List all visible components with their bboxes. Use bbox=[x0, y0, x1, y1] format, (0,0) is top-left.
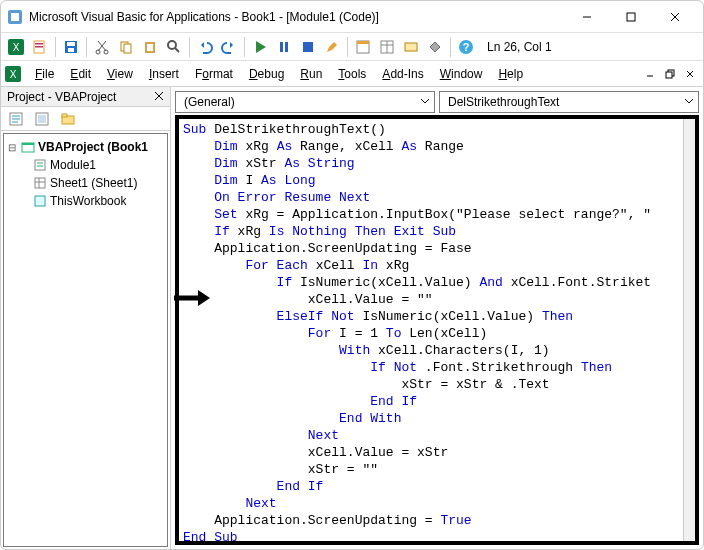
project-explorer-toolbar bbox=[1, 107, 170, 131]
menu-help[interactable]: Help bbox=[490, 65, 531, 83]
object-dropdown[interactable]: (General) bbox=[175, 91, 435, 113]
cut-icon[interactable] bbox=[91, 36, 113, 58]
chevron-down-icon bbox=[684, 95, 694, 109]
code-editor[interactable]: Sub DelStrikethroughText() Dim xRg As Ra… bbox=[179, 119, 683, 541]
tree-root[interactable]: ⊟ VBAProject (Book1 bbox=[6, 138, 165, 156]
break-icon[interactable] bbox=[273, 36, 295, 58]
close-button[interactable] bbox=[653, 3, 697, 31]
copy-icon[interactable] bbox=[115, 36, 137, 58]
paste-icon[interactable] bbox=[139, 36, 161, 58]
help-icon[interactable]: ? bbox=[455, 36, 477, 58]
svg-rect-25 bbox=[357, 41, 369, 44]
svg-rect-21 bbox=[280, 42, 283, 52]
code-pane: (General) DelStrikethroughText Sub DelSt… bbox=[171, 87, 703, 549]
inner-close-button[interactable] bbox=[681, 66, 699, 82]
vertical-scrollbar[interactable] bbox=[683, 119, 695, 541]
menu-insert[interactable]: Insert bbox=[141, 65, 187, 83]
svg-rect-23 bbox=[303, 42, 313, 52]
minimize-button[interactable] bbox=[565, 3, 609, 31]
design-mode-icon[interactable] bbox=[321, 36, 343, 58]
menu-format[interactable]: Format bbox=[187, 65, 241, 83]
run-icon[interactable] bbox=[249, 36, 271, 58]
main-toolbar: X ? Ln 26, Col 1 bbox=[1, 33, 703, 61]
svg-rect-51 bbox=[35, 160, 45, 170]
svg-rect-16 bbox=[124, 44, 131, 53]
tree-item-thisworkbook[interactable]: ThisWorkbook bbox=[6, 192, 165, 210]
project-explorer-title: Project - VBAProject bbox=[1, 87, 170, 107]
svg-line-20 bbox=[175, 48, 179, 52]
properties-icon[interactable] bbox=[376, 36, 398, 58]
svg-rect-18 bbox=[147, 44, 153, 51]
svg-text:X: X bbox=[13, 42, 20, 53]
svg-rect-9 bbox=[35, 46, 43, 48]
menu-window[interactable]: Window bbox=[432, 65, 491, 83]
workbook-icon bbox=[33, 194, 47, 208]
titlebar: Microsoft Visual Basic for Applications … bbox=[1, 1, 703, 33]
menubar: X File Edit View Insert Format Debug Run… bbox=[1, 61, 703, 87]
insert-module-icon[interactable] bbox=[29, 36, 51, 58]
chevron-down-icon bbox=[420, 95, 430, 109]
view-code-icon[interactable] bbox=[5, 108, 27, 130]
menu-run[interactable]: Run bbox=[292, 65, 330, 83]
menu-edit[interactable]: Edit bbox=[62, 65, 99, 83]
object-dropdown-value: (General) bbox=[184, 95, 235, 109]
reset-icon[interactable] bbox=[297, 36, 319, 58]
svg-rect-36 bbox=[666, 72, 672, 78]
window-title: Microsoft Visual Basic for Applications … bbox=[29, 10, 565, 24]
svg-rect-50 bbox=[22, 143, 34, 145]
sheet-icon bbox=[33, 176, 47, 190]
svg-rect-8 bbox=[35, 43, 43, 45]
tree-item-label: ThisWorkbook bbox=[50, 194, 126, 208]
project-explorer-close-icon[interactable] bbox=[154, 90, 164, 104]
cursor-position: Ln 26, Col 1 bbox=[487, 40, 552, 54]
tree-item-sheet1[interactable]: Sheet1 (Sheet1) bbox=[6, 174, 165, 192]
save-icon[interactable] bbox=[60, 36, 82, 58]
project-tree[interactable]: ⊟ VBAProject (Book1 Module1 Sheet1 (Shee… bbox=[3, 133, 168, 547]
undo-icon[interactable] bbox=[194, 36, 216, 58]
collapse-icon[interactable]: ⊟ bbox=[6, 142, 18, 153]
tree-item-label: Sheet1 (Sheet1) bbox=[50, 176, 137, 190]
code-editor-frame: Sub DelStrikethroughText() Dim xRg As Ra… bbox=[175, 115, 699, 545]
menu-tools[interactable]: Tools bbox=[330, 65, 374, 83]
excel-icon[interactable]: X bbox=[5, 36, 27, 58]
menu-addins[interactable]: Add-Ins bbox=[374, 65, 431, 83]
find-icon[interactable] bbox=[163, 36, 185, 58]
svg-rect-11 bbox=[67, 42, 75, 46]
svg-rect-48 bbox=[62, 114, 67, 117]
svg-point-19 bbox=[168, 41, 176, 49]
project-explorer-title-text: Project - VBAProject bbox=[7, 90, 116, 104]
procedure-dropdown[interactable]: DelStrikethroughText bbox=[439, 91, 699, 113]
svg-rect-54 bbox=[35, 178, 45, 188]
svg-rect-46 bbox=[38, 115, 46, 123]
toggle-folders-icon[interactable] bbox=[57, 108, 79, 130]
redo-icon[interactable] bbox=[218, 36, 240, 58]
project-explorer: Project - VBAProject ⊟ VBAProject (Book1… bbox=[1, 87, 171, 549]
procedure-dropdown-value: DelStrikethroughText bbox=[448, 95, 559, 109]
maximize-button[interactable] bbox=[609, 3, 653, 31]
menu-debug[interactable]: Debug bbox=[241, 65, 292, 83]
svg-text:?: ? bbox=[463, 41, 470, 53]
project-explorer-icon[interactable] bbox=[352, 36, 374, 58]
toolbox-icon[interactable] bbox=[424, 36, 446, 58]
tree-item-module1[interactable]: Module1 bbox=[6, 156, 165, 174]
object-browser-icon[interactable] bbox=[400, 36, 422, 58]
excel-small-icon[interactable]: X bbox=[5, 66, 21, 82]
svg-text:X: X bbox=[10, 69, 17, 80]
menu-view[interactable]: View bbox=[99, 65, 141, 83]
vbaproject-icon bbox=[21, 140, 35, 154]
tree-root-label: VBAProject (Book1 bbox=[38, 140, 148, 154]
svg-rect-2 bbox=[627, 13, 635, 21]
inner-restore-button[interactable] bbox=[661, 66, 679, 82]
module-icon bbox=[33, 158, 47, 172]
menu-file[interactable]: File bbox=[27, 65, 62, 83]
svg-rect-22 bbox=[285, 42, 288, 52]
tree-item-label: Module1 bbox=[50, 158, 96, 172]
svg-rect-12 bbox=[68, 48, 74, 52]
inner-minimize-button[interactable] bbox=[641, 66, 659, 82]
svg-rect-57 bbox=[35, 196, 45, 206]
svg-rect-29 bbox=[405, 43, 417, 51]
view-object-icon[interactable] bbox=[31, 108, 53, 130]
vba-app-icon bbox=[7, 9, 23, 25]
